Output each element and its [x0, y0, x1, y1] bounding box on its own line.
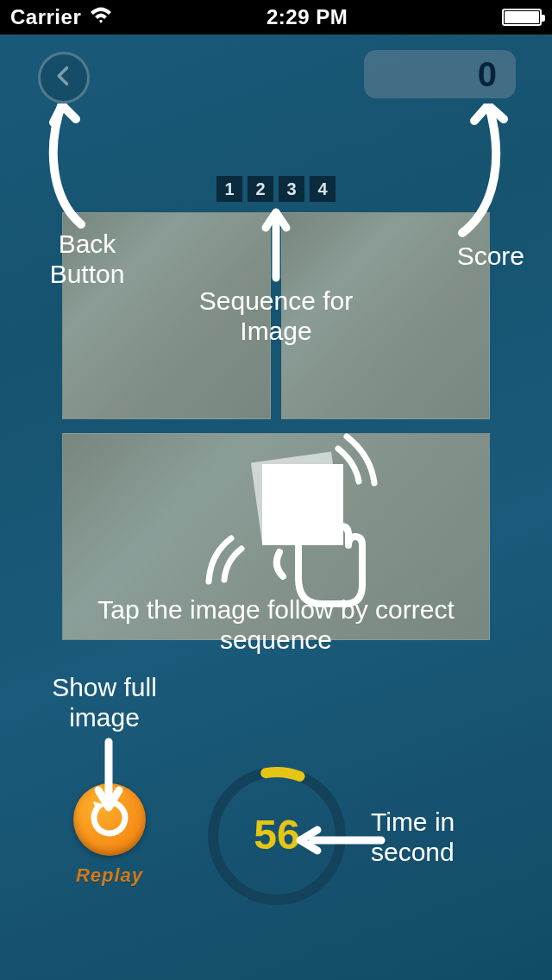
- image-tile[interactable]: [62, 433, 490, 640]
- chevron-left-icon: [52, 64, 76, 91]
- sequence-cell: 4: [310, 176, 336, 202]
- sequence-indicator: 1 2 3 4: [216, 176, 336, 202]
- image-tile[interactable]: [62, 212, 271, 419]
- score-display: 0: [364, 50, 516, 98]
- back-button[interactable]: [38, 52, 90, 104]
- sequence-cell: 1: [216, 176, 242, 202]
- image-grid: [62, 212, 490, 642]
- sequence-cell: 3: [279, 176, 304, 202]
- sequence-cell: 2: [248, 176, 273, 202]
- tutorial-showfull-label: Show full image: [31, 673, 178, 732]
- clock-label: 2:29 PM: [267, 5, 348, 29]
- status-bar: Carrier 2:29 PM: [0, 0, 552, 35]
- replay-label: Replay: [69, 864, 150, 887]
- tutorial-time-label: Time in second: [371, 807, 526, 867]
- image-tile[interactable]: [281, 212, 490, 419]
- battery-icon: [502, 9, 542, 26]
- replay-area: Replay: [69, 783, 150, 887]
- wifi-icon: [90, 5, 112, 29]
- refresh-icon: [86, 795, 133, 845]
- carrier-label: Carrier: [10, 5, 81, 29]
- timer-value: 56: [204, 763, 350, 909]
- replay-button[interactable]: [73, 783, 146, 856]
- timer: 56: [204, 763, 350, 909]
- score-value: 0: [478, 55, 497, 94]
